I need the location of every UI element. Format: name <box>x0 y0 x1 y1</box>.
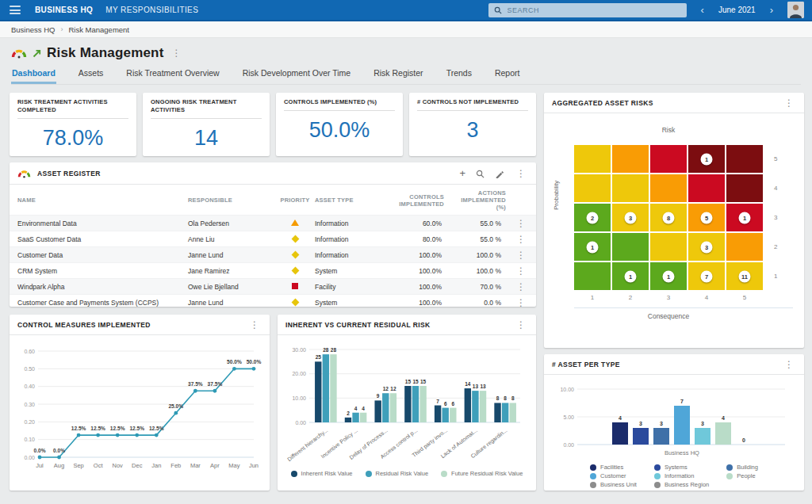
search-assets-icon[interactable] <box>476 170 485 178</box>
heatmap-y-tick: 2 <box>774 243 777 250</box>
heatmap-cell-green[interactable]: 1 <box>574 233 611 261</box>
control-measures-menu-icon[interactable]: ⋮ <box>247 321 262 329</box>
inherent-vs-residual-menu-icon[interactable]: ⋮ <box>514 321 528 329</box>
row-menu-icon[interactable]: ⋮ <box>508 251 528 259</box>
chart-legend: Inherent Risk ValueResidual Risk ValueFu… <box>284 470 530 477</box>
svg-text:12.5%: 12.5% <box>149 426 164 431</box>
tab-risk-register[interactable]: Risk Register <box>373 68 423 84</box>
page-menu-icon[interactable]: ⋮ <box>170 49 184 57</box>
heatmap-row: 132 <box>574 233 796 261</box>
breadcrumb-business-hq[interactable]: Business HQ <box>11 25 55 34</box>
svg-text:Dec: Dec <box>132 462 143 469</box>
legend-item: Inherent Risk Value <box>291 470 353 477</box>
nav-business-hq[interactable]: BUSINESS HQ <box>35 6 93 14</box>
legend-label: Business Unit <box>600 481 637 488</box>
table-row[interactable]: Customer Case and Payments System (CCPS)… <box>10 294 536 307</box>
cell-asset-type: Information <box>315 220 390 227</box>
cell-actions-implemented: 100.0 % <box>450 251 508 259</box>
asset-per-type-menu-icon[interactable]: ⋮ <box>782 361 796 368</box>
kpi-value: 78.0% <box>17 126 128 151</box>
heatmap-cell-green[interactable]: 2 <box>574 204 611 231</box>
svg-text:3: 3 <box>701 421 704 426</box>
search-input[interactable] <box>506 6 681 15</box>
heatmap-cell-yellow[interactable] <box>650 233 687 261</box>
svg-text:7: 7 <box>436 399 439 404</box>
heatmap-cell-orange[interactable] <box>726 233 763 261</box>
period-label[interactable]: June 2021 <box>718 6 756 14</box>
row-menu-icon[interactable]: ⋮ <box>508 283 528 291</box>
table-row[interactable]: CRM SystemJane RamirezSystem100.0%100.0 … <box>10 262 536 278</box>
tab-risk-treatment-overview[interactable]: Risk Treatment Overview <box>125 68 220 84</box>
table-row[interactable]: Windpark AlphaOwe Lie BjellandFacility10… <box>10 278 536 294</box>
heatmap-cell-yellow[interactable]: 3 <box>688 233 725 261</box>
cell-actions-implemented: 55.0 % <box>450 220 508 227</box>
heatmap-cell-green[interactable] <box>574 262 611 290</box>
heatmap-cell-yellow[interactable]: 3 <box>612 204 649 231</box>
aggregated-asset-risks-menu-icon[interactable]: ⋮ <box>782 99 796 107</box>
heatmap-cell-darkred[interactable]: 1 <box>688 145 725 173</box>
heatmap-cell-red[interactable]: 1 <box>726 204 763 231</box>
heatmap-cell-orange[interactable] <box>650 174 687 202</box>
heatmap-cell-green[interactable]: 1 <box>612 262 649 290</box>
cell-actions-implemented: 0.0 % <box>450 299 508 307</box>
tab-dashboard[interactable]: Dashboard <box>11 68 56 84</box>
heatmap-x-ticks: 12345 <box>574 294 796 301</box>
heatmap-row: 4 <box>574 174 796 202</box>
asset-register-menu-icon[interactable]: ⋮ <box>514 170 528 178</box>
heatmap-cell-yellow[interactable]: 7 <box>688 262 725 290</box>
aggregated-asset-risks-panel: AGGREGATED ASSET RISKS ⋮ Risk Probabilit… <box>544 93 804 348</box>
prev-period-chevron[interactable]: ‹ <box>699 5 706 15</box>
tab-trends[interactable]: Trends <box>446 68 473 84</box>
svg-text:15: 15 <box>405 379 412 384</box>
heatmap-cell-red[interactable] <box>688 174 725 202</box>
column-header: RESPONSIBLE <box>188 197 275 204</box>
kpi-value: 14 <box>151 126 262 151</box>
heatmap-cell-red[interactable] <box>650 145 687 173</box>
row-menu-icon[interactable]: ⋮ <box>508 299 528 307</box>
row-menu-icon[interactable]: ⋮ <box>508 220 528 227</box>
heatmap-cell-green[interactable] <box>612 233 649 261</box>
asset-register-panel: ASSET REGISTER + ⋮ NAMERESPONSIBLEPRIORI… <box>10 162 536 307</box>
svg-text:28: 28 <box>323 347 329 353</box>
add-asset-icon[interactable]: + <box>459 170 465 178</box>
svg-text:25.0%: 25.0% <box>168 403 183 409</box>
svg-text:Jun: Jun <box>249 462 259 469</box>
heatmap-cell-yellow[interactable]: 11 <box>726 262 763 290</box>
nav-my-responsibilities[interactable]: MY RESPONSIBILITIES <box>105 6 198 14</box>
table-row[interactable]: Environmental DataOla PedersenInformatio… <box>10 215 536 231</box>
svg-text:10.00: 10.00 <box>292 395 306 401</box>
heatmap-cell-darkred[interactable] <box>726 174 763 202</box>
inherent-vs-residual-bar-chart: 0.0010.0020.0030.00252828Different hiera… <box>284 338 528 465</box>
heatmap-count-badge: 1 <box>625 270 637 282</box>
table-body: Environmental DataOla PedersenInformatio… <box>10 215 536 307</box>
heatmap-cell-yellow[interactable]: 8 <box>650 204 687 231</box>
edit-icon[interactable] <box>495 170 504 178</box>
svg-text:15: 15 <box>420 379 427 384</box>
heatmap-cell-darkred[interactable] <box>726 145 763 173</box>
risk-gauge-icon <box>17 169 31 178</box>
heatmap-count-badge: 1 <box>663 270 675 282</box>
heatmap-cell-orange[interactable]: 5 <box>688 204 725 231</box>
menu-icon[interactable] <box>8 4 22 16</box>
search-box[interactable] <box>488 3 687 17</box>
table-row[interactable]: SaaS Customer DataAnne LiuInformation80.… <box>10 231 536 246</box>
heatmap-cell-orange[interactable] <box>612 145 649 173</box>
user-avatar[interactable] <box>787 2 804 18</box>
tab-assets[interactable]: Assets <box>78 68 105 84</box>
heatmap-cell-yellow[interactable] <box>574 174 611 202</box>
svg-text:4: 4 <box>722 415 725 421</box>
svg-text:13: 13 <box>473 384 479 389</box>
next-period-chevron[interactable]: › <box>768 5 775 15</box>
tab-report[interactable]: Report <box>494 68 521 84</box>
cell-responsible: Janne Lund <box>188 299 275 307</box>
heatmap-y-tick: 3 <box>774 214 777 221</box>
svg-text:3: 3 <box>660 421 663 426</box>
heatmap-cell-green[interactable]: 1 <box>650 262 687 290</box>
svg-text:8: 8 <box>496 395 500 401</box>
heatmap-cell-yellow[interactable] <box>574 145 611 173</box>
tab-risk-development-over-time[interactable]: Risk Development Over Time <box>242 68 352 84</box>
table-row[interactable]: Customer DataJanne LundInformation100.0%… <box>10 246 536 262</box>
row-menu-icon[interactable]: ⋮ <box>508 267 528 275</box>
row-menu-icon[interactable]: ⋮ <box>508 235 528 243</box>
heatmap-cell-yellow[interactable] <box>612 174 649 202</box>
